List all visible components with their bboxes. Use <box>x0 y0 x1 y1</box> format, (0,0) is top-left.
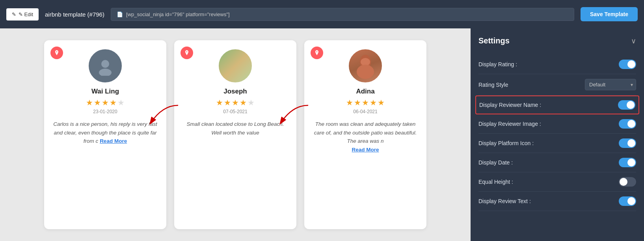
setting-label-reviewer-image: Display Reviewer Image : <box>478 121 541 127</box>
toggle-reviewer-name[interactable] <box>618 100 635 110</box>
reviewer-name-adina: Adina <box>356 88 374 95</box>
settings-panel: Settings ∨ Display Rating : Rating Style… <box>471 28 644 241</box>
toggle-review-text[interactable] <box>619 196 636 206</box>
reviewer-name-joseph: Joseph <box>223 88 247 95</box>
stars-wai-ling: ★ ★ ★ ★ ★ <box>86 98 125 107</box>
rating-style-select-wrapper: Default Stars Numeric <box>585 79 636 90</box>
read-more-adina[interactable]: Read More <box>352 147 379 153</box>
review-text-wai-ling: Carlos is a nice person, his reply is ve… <box>52 120 158 146</box>
setting-label-display-date: Display Date : <box>478 159 513 166</box>
review-card-adina: Adina ★ ★ ★ ★ ★ 06-04-2021 The room was … <box>304 40 426 229</box>
review-card-wai-ling: Wai Ling ★ ★ ★ ★ ★ 23-01-2020 Carlos is … <box>44 40 166 229</box>
star-j1: ★ <box>216 98 223 107</box>
save-template-button[interactable]: Save Template <box>581 7 638 21</box>
review-text-joseph: Small clean located close to Long Beach.… <box>182 120 288 137</box>
setting-label-display-rating: Display Rating : <box>478 61 517 67</box>
rating-style-select[interactable]: Default Stars Numeric <box>585 79 636 90</box>
topbar: ✎ ✎ Edit airbnb template (#796) 📄 [wp_so… <box>0 0 644 28</box>
stars-adina: ★ ★ ★ ★ ★ <box>346 98 385 107</box>
cards-wrapper: Wai Ling ★ ★ ★ ★ ★ 23-01-2020 Carlos is … <box>44 40 426 229</box>
star-5: ★ <box>117 98 125 107</box>
setting-row-reviewer-image: Display Reviewer Image : <box>478 114 636 134</box>
avatar-joseph <box>218 48 253 84</box>
star-1: ★ <box>86 98 93 107</box>
avatar-adina <box>348 48 383 84</box>
setting-label-equal-height: Equal Height : <box>478 179 513 185</box>
reviewer-name-wai-ling: Wai Ling <box>91 88 119 95</box>
edit-icon: ✎ <box>12 11 16 17</box>
shortcode-box[interactable]: 📄 [wp_social_ninja id="796" platform="re… <box>111 8 574 21</box>
star-a2: ★ <box>354 98 361 107</box>
setting-label-review-text: Display Review Text : <box>478 198 531 204</box>
avatar-wai-ling <box>87 48 123 84</box>
edit-label: ✎ Edit <box>19 11 33 17</box>
toggle-equal-height[interactable] <box>619 177 636 187</box>
setting-row-platform-icon: Display Platform Icon : <box>478 134 636 153</box>
doc-icon: 📄 <box>117 11 123 17</box>
setting-label-reviewer-name: Display Reviewer Name : <box>479 102 541 108</box>
review-text-adina: The room was clean and adequately taken … <box>312 120 419 154</box>
star-2: ★ <box>94 98 101 107</box>
svg-point-4 <box>357 65 374 79</box>
review-date-joseph: 07-05-2021 <box>223 109 247 114</box>
setting-row-display-date: Display Date : <box>478 153 636 172</box>
read-more-wai-ling[interactable]: Read More <box>100 138 127 144</box>
template-name: airbnb template (#796) <box>45 11 104 18</box>
toggle-display-date[interactable] <box>619 158 636 167</box>
setting-label-rating-style: Rating Style <box>478 82 508 88</box>
review-date-adina: 06-04-2021 <box>353 109 377 114</box>
setting-row-reviewer-name: Display Reviewer Name : <box>475 95 639 114</box>
toggle-reviewer-image[interactable] <box>619 119 636 129</box>
setting-row-display-rating: Display Rating : <box>478 55 636 74</box>
svg-point-0 <box>101 60 109 68</box>
star-j2: ★ <box>224 98 231 107</box>
setting-label-platform-icon: Display Platform Icon : <box>478 140 534 146</box>
star-j3: ★ <box>232 98 239 107</box>
star-3: ★ <box>102 98 109 107</box>
settings-title: Settings <box>478 36 510 45</box>
svg-point-1 <box>99 69 112 76</box>
star-a3: ★ <box>362 98 369 107</box>
star-a1: ★ <box>346 98 353 107</box>
shortcode-text: [wp_social_ninja id="796" platform="revi… <box>126 11 230 17</box>
airbnb-icon-3 <box>311 47 323 59</box>
airbnb-icon-1 <box>50 47 63 59</box>
review-date-wai-ling: 23-01-2020 <box>93 109 117 114</box>
settings-chevron-icon[interactable]: ∨ <box>631 37 636 45</box>
review-card-joseph: Joseph ★ ★ ★ ★ ★ 07-05-2021 Small clean … <box>174 40 296 229</box>
content-area: Wai Ling ★ ★ ★ ★ ★ 23-01-2020 Carlos is … <box>0 28 471 241</box>
setting-row-equal-height: Equal Height : <box>478 172 636 192</box>
main-layout: Wai Ling ★ ★ ★ ★ ★ 23-01-2020 Carlos is … <box>0 28 644 241</box>
settings-header: Settings ∨ <box>478 36 636 45</box>
toggle-display-rating[interactable] <box>619 60 636 69</box>
edit-button[interactable]: ✎ ✎ Edit <box>6 8 39 21</box>
star-4: ★ <box>110 98 117 107</box>
star-j5: ★ <box>248 98 255 107</box>
stars-joseph: ★ ★ ★ ★ ★ <box>216 98 255 107</box>
star-a4: ★ <box>370 98 377 107</box>
star-a5: ★ <box>378 98 385 107</box>
star-j4: ★ <box>240 98 247 107</box>
airbnb-icon-2 <box>181 47 193 59</box>
setting-row-review-text: Display Review Text : <box>478 192 636 211</box>
toggle-platform-icon[interactable] <box>619 138 636 148</box>
setting-row-rating-style: Rating Style Default Stars Numeric <box>478 74 636 95</box>
